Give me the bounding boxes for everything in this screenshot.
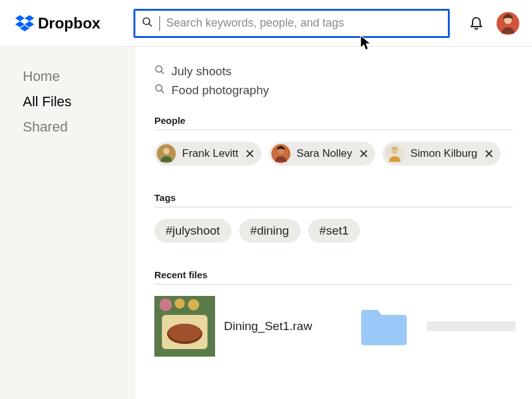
person-avatar	[385, 144, 404, 163]
sidebar-item-label: All Files	[23, 94, 71, 109]
person-name: Simon Kilburg	[411, 147, 478, 160]
sidebar: Home All Files Shared	[0, 47, 135, 399]
search-suggestion[interactable]: July shoots	[154, 64, 513, 78]
svg-line-5	[161, 71, 164, 74]
search-icon	[154, 64, 165, 78]
svg-point-0	[143, 18, 150, 25]
tag-chip[interactable]: #set1	[308, 219, 360, 243]
person-chip[interactable]: Sara Nolley	[269, 142, 375, 166]
person-name: Frank Levitt	[182, 147, 238, 160]
svg-point-18	[159, 298, 172, 311]
recent-file-item[interactable]	[323, 307, 516, 345]
sidebar-item-all-files[interactable]: All Files	[23, 94, 135, 110]
sidebar-item-shared[interactable]: Shared	[23, 119, 135, 135]
svg-point-17	[168, 324, 201, 341]
tag-label: #set1	[319, 224, 349, 237]
tag-chips: #julyshoot #dining #set1	[154, 219, 513, 243]
suggestion-label: Food photography	[171, 83, 269, 97]
person-chip[interactable]: Simon Kilburg	[383, 142, 500, 166]
main-content: July shoots Food photography People Fran…	[135, 47, 532, 399]
svg-point-6	[156, 85, 162, 91]
user-avatar[interactable]	[497, 12, 519, 35]
dropbox-icon	[15, 15, 34, 32]
file-thumbnail	[154, 296, 215, 357]
sidebar-item-home[interactable]: Home	[23, 68, 135, 85]
svg-point-9	[163, 148, 170, 154]
brand-logo[interactable]: Dropbox	[15, 15, 101, 32]
search-bar[interactable]	[133, 9, 450, 38]
divider	[154, 207, 513, 207]
divider	[154, 130, 513, 130]
suggestion-label: July shoots	[171, 64, 232, 78]
brand-name: Dropbox	[38, 15, 101, 32]
search-input[interactable]	[166, 16, 442, 30]
remove-icon[interactable]	[485, 150, 493, 157]
remove-icon[interactable]	[360, 150, 368, 157]
person-name: Sara Nolley	[297, 147, 352, 160]
person-chip[interactable]: Frank Levitt	[154, 142, 261, 166]
search-icon	[142, 16, 153, 30]
people-chips: Frank Levitt Sara Nolley Simon Kilburg	[154, 142, 513, 166]
svg-point-4	[156, 66, 162, 72]
text-caret	[159, 16, 160, 31]
file-name: Dining_Set1.raw	[224, 319, 312, 333]
recent-files-header: Recent files	[154, 269, 513, 280]
recent-file-item[interactable]: Dining_Set1.raw	[154, 296, 312, 357]
folder-icon	[361, 307, 407, 345]
svg-line-7	[161, 90, 164, 93]
loading-placeholder	[427, 321, 516, 331]
recent-files-row: Dining_Set1.raw	[154, 296, 513, 357]
tags-section-header: Tags	[154, 192, 513, 203]
tag-label: #dining	[251, 224, 289, 237]
header-actions	[469, 12, 519, 35]
svg-point-19	[175, 298, 185, 309]
people-section-header: People	[154, 115, 513, 126]
search-icon	[154, 83, 165, 97]
tag-chip[interactable]: #julyshoot	[154, 219, 232, 243]
app-header: Dropbox	[0, 0, 532, 47]
bell-icon[interactable]	[469, 15, 484, 32]
person-avatar	[271, 144, 290, 163]
person-avatar	[157, 144, 176, 163]
sidebar-item-label: Shared	[23, 119, 68, 135]
divider	[154, 284, 513, 285]
tag-label: #julyshoot	[166, 224, 220, 237]
sidebar-item-label: Home	[23, 68, 60, 84]
svg-point-20	[188, 299, 199, 310]
search-suggestion[interactable]: Food photography	[154, 83, 513, 97]
remove-icon[interactable]	[246, 150, 254, 157]
tag-chip[interactable]: #dining	[239, 219, 300, 243]
svg-line-1	[149, 23, 152, 27]
